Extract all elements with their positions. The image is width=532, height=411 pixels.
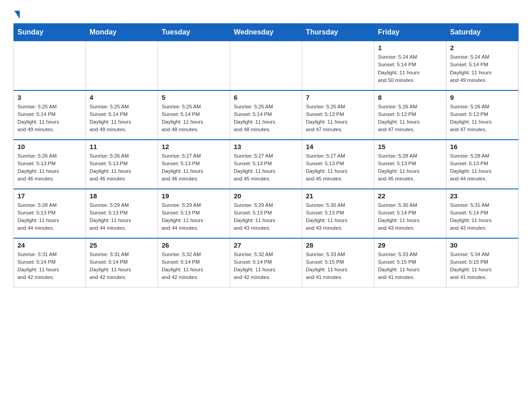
day-info: Sunrise: 5:27 AMSunset: 5:13 PMDaylight:… — [306, 152, 370, 183]
logo-triangle-icon — [14, 11, 20, 19]
calendar-cell: 23Sunrise: 5:31 AMSunset: 5:14 PMDayligh… — [446, 189, 519, 238]
calendar-cell: 1Sunrise: 5:24 AMSunset: 5:14 PMDaylight… — [374, 41, 446, 90]
day-info: Sunrise: 5:25 AMSunset: 5:14 PMDaylight:… — [90, 103, 154, 134]
calendar-cell: 5Sunrise: 5:25 AMSunset: 5:14 PMDaylight… — [158, 90, 230, 140]
day-info: Sunrise: 5:24 AMSunset: 5:14 PMDaylight:… — [378, 53, 442, 84]
calendar-cell — [302, 41, 374, 90]
day-info: Sunrise: 5:29 AMSunset: 5:13 PMDaylight:… — [90, 201, 154, 232]
calendar-cell: 12Sunrise: 5:27 AMSunset: 5:13 PMDayligh… — [158, 140, 230, 189]
day-number: 29 — [378, 241, 442, 249]
calendar-cell: 8Sunrise: 5:26 AMSunset: 5:13 PMDaylight… — [374, 90, 446, 140]
calendar-header-row: SundayMondayTuesdayWednesdayThursdayFrid… — [14, 24, 519, 41]
day-number: 18 — [90, 192, 154, 200]
day-info: Sunrise: 5:34 AMSunset: 5:15 PMDaylight:… — [450, 251, 515, 282]
day-number: 9 — [450, 94, 515, 101]
calendar-cell: 10Sunrise: 5:26 AMSunset: 5:13 PMDayligh… — [14, 140, 86, 189]
calendar-cell: 17Sunrise: 5:28 AMSunset: 5:13 PMDayligh… — [14, 189, 86, 238]
calendar-cell: 4Sunrise: 5:25 AMSunset: 5:14 PMDaylight… — [86, 90, 158, 140]
calendar-cell: 7Sunrise: 5:25 AMSunset: 5:13 PMDaylight… — [302, 90, 374, 140]
day-number: 16 — [450, 143, 515, 150]
calendar-cell: 15Sunrise: 5:28 AMSunset: 5:13 PMDayligh… — [374, 140, 446, 189]
day-number: 2 — [450, 44, 515, 51]
day-number: 30 — [450, 241, 515, 249]
day-info: Sunrise: 5:31 AMSunset: 5:14 PMDaylight:… — [90, 251, 154, 282]
calendar-cell: 29Sunrise: 5:33 AMSunset: 5:15 PMDayligh… — [374, 238, 446, 287]
day-info: Sunrise: 5:30 AMSunset: 5:14 PMDaylight:… — [378, 201, 442, 232]
day-info: Sunrise: 5:25 AMSunset: 5:14 PMDaylight:… — [17, 103, 82, 134]
day-info: Sunrise: 5:29 AMSunset: 5:13 PMDaylight:… — [234, 201, 298, 232]
day-info: Sunrise: 5:33 AMSunset: 5:15 PMDaylight:… — [378, 251, 442, 282]
day-number: 10 — [17, 143, 82, 150]
column-header-friday: Friday — [374, 24, 446, 41]
week-row-2: 10Sunrise: 5:26 AMSunset: 5:13 PMDayligh… — [14, 140, 519, 189]
column-header-tuesday: Tuesday — [158, 24, 230, 41]
calendar-cell — [14, 41, 86, 90]
week-row-0: 1Sunrise: 5:24 AMSunset: 5:14 PMDaylight… — [14, 41, 519, 90]
day-number: 7 — [306, 94, 370, 101]
day-number: 13 — [234, 143, 298, 150]
day-number: 1 — [378, 44, 442, 51]
day-info: Sunrise: 5:25 AMSunset: 5:13 PMDaylight:… — [306, 103, 370, 134]
calendar-cell: 20Sunrise: 5:29 AMSunset: 5:13 PMDayligh… — [230, 189, 302, 238]
day-info: Sunrise: 5:28 AMSunset: 5:13 PMDaylight:… — [378, 152, 442, 183]
calendar-cell: 14Sunrise: 5:27 AMSunset: 5:13 PMDayligh… — [302, 140, 374, 189]
page-header — [13, 9, 519, 19]
day-number: 15 — [378, 143, 442, 150]
calendar-cell: 25Sunrise: 5:31 AMSunset: 5:14 PMDayligh… — [86, 238, 158, 287]
calendar-cell: 13Sunrise: 5:27 AMSunset: 5:13 PMDayligh… — [230, 140, 302, 189]
day-info: Sunrise: 5:32 AMSunset: 5:14 PMDaylight:… — [162, 251, 226, 282]
day-number: 26 — [162, 241, 226, 249]
day-info: Sunrise: 5:28 AMSunset: 5:13 PMDaylight:… — [450, 152, 515, 183]
calendar-cell: 3Sunrise: 5:25 AMSunset: 5:14 PMDaylight… — [14, 90, 86, 140]
day-info: Sunrise: 5:31 AMSunset: 5:14 PMDaylight:… — [17, 251, 82, 282]
day-number: 23 — [450, 192, 515, 200]
day-info: Sunrise: 5:26 AMSunset: 5:13 PMDaylight:… — [450, 103, 515, 134]
day-number: 19 — [162, 192, 226, 200]
day-number: 22 — [378, 192, 442, 200]
column-header-monday: Monday — [86, 24, 158, 41]
calendar-cell: 21Sunrise: 5:30 AMSunset: 5:13 PMDayligh… — [302, 189, 374, 238]
calendar-cell: 6Sunrise: 5:25 AMSunset: 5:14 PMDaylight… — [230, 90, 302, 140]
day-info: Sunrise: 5:32 AMSunset: 5:14 PMDaylight:… — [234, 251, 298, 282]
calendar-cell — [86, 41, 158, 90]
column-header-wednesday: Wednesday — [230, 24, 302, 41]
column-header-saturday: Saturday — [446, 24, 519, 41]
day-info: Sunrise: 5:25 AMSunset: 5:14 PMDaylight:… — [234, 103, 298, 134]
day-number: 24 — [17, 241, 82, 249]
day-number: 14 — [306, 143, 370, 150]
calendar-cell: 24Sunrise: 5:31 AMSunset: 5:14 PMDayligh… — [14, 238, 86, 287]
calendar-cell: 30Sunrise: 5:34 AMSunset: 5:15 PMDayligh… — [446, 238, 519, 287]
day-number: 12 — [162, 143, 226, 150]
logo — [13, 9, 20, 19]
calendar-cell: 19Sunrise: 5:29 AMSunset: 5:13 PMDayligh… — [158, 189, 230, 238]
day-info: Sunrise: 5:26 AMSunset: 5:13 PMDaylight:… — [17, 152, 82, 183]
day-number: 5 — [162, 94, 226, 101]
day-number: 21 — [306, 192, 370, 200]
day-info: Sunrise: 5:26 AMSunset: 5:13 PMDaylight:… — [90, 152, 154, 183]
day-number: 17 — [17, 192, 82, 200]
calendar-cell: 16Sunrise: 5:28 AMSunset: 5:13 PMDayligh… — [446, 140, 519, 189]
calendar-cell: 9Sunrise: 5:26 AMSunset: 5:13 PMDaylight… — [446, 90, 519, 140]
calendar-cell — [230, 41, 302, 90]
day-info: Sunrise: 5:33 AMSunset: 5:15 PMDaylight:… — [306, 251, 370, 282]
week-row-3: 17Sunrise: 5:28 AMSunset: 5:13 PMDayligh… — [14, 189, 519, 238]
day-info: Sunrise: 5:27 AMSunset: 5:13 PMDaylight:… — [234, 152, 298, 183]
day-info: Sunrise: 5:27 AMSunset: 5:13 PMDaylight:… — [162, 152, 226, 183]
day-info: Sunrise: 5:26 AMSunset: 5:13 PMDaylight:… — [378, 103, 442, 134]
day-info: Sunrise: 5:31 AMSunset: 5:14 PMDaylight:… — [450, 201, 515, 232]
day-info: Sunrise: 5:25 AMSunset: 5:14 PMDaylight:… — [162, 103, 226, 134]
calendar-cell: 22Sunrise: 5:30 AMSunset: 5:14 PMDayligh… — [374, 189, 446, 238]
day-number: 8 — [378, 94, 442, 101]
day-number: 11 — [90, 143, 154, 150]
day-number: 28 — [306, 241, 370, 249]
day-number: 6 — [234, 94, 298, 101]
day-info: Sunrise: 5:30 AMSunset: 5:13 PMDaylight:… — [306, 201, 370, 232]
calendar-cell: 27Sunrise: 5:32 AMSunset: 5:14 PMDayligh… — [230, 238, 302, 287]
calendar-cell: 28Sunrise: 5:33 AMSunset: 5:15 PMDayligh… — [302, 238, 374, 287]
day-info: Sunrise: 5:29 AMSunset: 5:13 PMDaylight:… — [162, 201, 226, 232]
calendar-cell — [158, 41, 230, 90]
week-row-4: 24Sunrise: 5:31 AMSunset: 5:14 PMDayligh… — [14, 238, 519, 287]
column-header-sunday: Sunday — [14, 24, 86, 41]
week-row-1: 3Sunrise: 5:25 AMSunset: 5:14 PMDaylight… — [14, 90, 519, 140]
calendar-cell: 26Sunrise: 5:32 AMSunset: 5:14 PMDayligh… — [158, 238, 230, 287]
